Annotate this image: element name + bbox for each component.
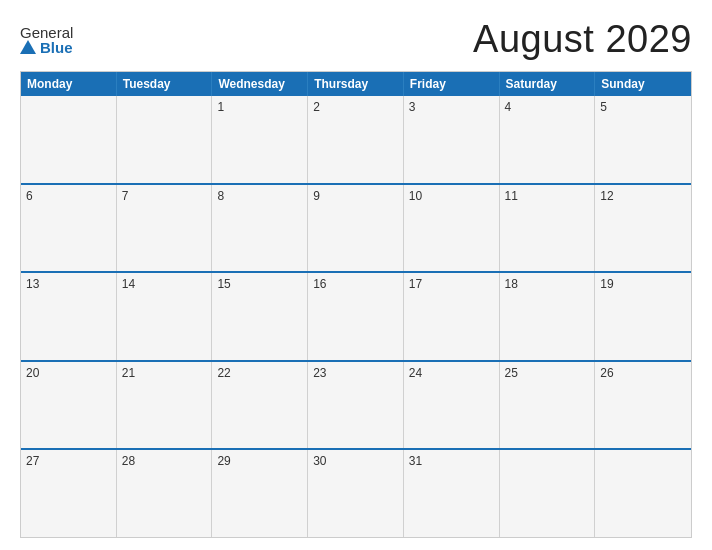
day-number: 6: [26, 189, 33, 203]
calendar-day-28: 28: [117, 450, 213, 537]
calendar-day-29: 29: [212, 450, 308, 537]
day-number: 4: [505, 100, 512, 114]
calendar-day-2: 2: [308, 96, 404, 183]
logo-blue-text: Blue: [40, 40, 73, 55]
calendar-day-empty: [117, 96, 213, 183]
calendar-week-4: 20212223242526: [21, 360, 691, 449]
col-sunday: Sunday: [595, 72, 691, 96]
day-number: 27: [26, 454, 39, 468]
day-number: 29: [217, 454, 230, 468]
calendar-day-25: 25: [500, 362, 596, 449]
day-number: 2: [313, 100, 320, 114]
col-thursday: Thursday: [308, 72, 404, 96]
calendar-day-12: 12: [595, 185, 691, 272]
day-number: 19: [600, 277, 613, 291]
col-tuesday: Tuesday: [117, 72, 213, 96]
day-number: 25: [505, 366, 518, 380]
calendar-day-10: 10: [404, 185, 500, 272]
calendar-page: General Blue August 2029 Monday Tuesday …: [0, 0, 712, 550]
day-number: 20: [26, 366, 39, 380]
calendar-day-5: 5: [595, 96, 691, 183]
calendar-day-31: 31: [404, 450, 500, 537]
calendar-day-13: 13: [21, 273, 117, 360]
calendar-day-16: 16: [308, 273, 404, 360]
day-number: 16: [313, 277, 326, 291]
calendar-day-3: 3: [404, 96, 500, 183]
calendar-header-row: Monday Tuesday Wednesday Thursday Friday…: [21, 72, 691, 96]
col-wednesday: Wednesday: [212, 72, 308, 96]
day-number: 17: [409, 277, 422, 291]
day-number: 30: [313, 454, 326, 468]
day-number: 22: [217, 366, 230, 380]
calendar-day-19: 19: [595, 273, 691, 360]
calendar-body: 1234567891011121314151617181920212223242…: [21, 96, 691, 537]
calendar-day-17: 17: [404, 273, 500, 360]
col-friday: Friday: [404, 72, 500, 96]
calendar-day-9: 9: [308, 185, 404, 272]
day-number: 1: [217, 100, 224, 114]
day-number: 5: [600, 100, 607, 114]
calendar-day-empty: [595, 450, 691, 537]
calendar-day-8: 8: [212, 185, 308, 272]
calendar-day-24: 24: [404, 362, 500, 449]
day-number: 26: [600, 366, 613, 380]
page-header: General Blue August 2029: [20, 18, 692, 61]
day-number: 21: [122, 366, 135, 380]
calendar-day-4: 4: [500, 96, 596, 183]
day-number: 18: [505, 277, 518, 291]
day-number: 3: [409, 100, 416, 114]
calendar-title: August 2029: [473, 18, 692, 61]
calendar-day-30: 30: [308, 450, 404, 537]
calendar-day-18: 18: [500, 273, 596, 360]
calendar-day-6: 6: [21, 185, 117, 272]
day-number: 11: [505, 189, 518, 203]
day-number: 28: [122, 454, 135, 468]
calendar-day-23: 23: [308, 362, 404, 449]
calendar-week-3: 13141516171819: [21, 271, 691, 360]
calendar-day-27: 27: [21, 450, 117, 537]
logo-triangle-icon: [20, 40, 36, 54]
logo-general-text: General: [20, 25, 73, 40]
day-number: 31: [409, 454, 422, 468]
calendar-day-21: 21: [117, 362, 213, 449]
col-monday: Monday: [21, 72, 117, 96]
calendar-day-15: 15: [212, 273, 308, 360]
calendar-week-2: 6789101112: [21, 183, 691, 272]
calendar-day-20: 20: [21, 362, 117, 449]
day-number: 14: [122, 277, 135, 291]
calendar-day-11: 11: [500, 185, 596, 272]
calendar-grid: Monday Tuesday Wednesday Thursday Friday…: [20, 71, 692, 538]
logo: General Blue: [20, 25, 73, 55]
calendar-week-5: 2728293031: [21, 448, 691, 537]
day-number: 9: [313, 189, 320, 203]
col-saturday: Saturday: [500, 72, 596, 96]
day-number: 15: [217, 277, 230, 291]
day-number: 12: [600, 189, 613, 203]
calendar-day-empty: [500, 450, 596, 537]
day-number: 10: [409, 189, 422, 203]
day-number: 24: [409, 366, 422, 380]
calendar-day-7: 7: [117, 185, 213, 272]
calendar-day-22: 22: [212, 362, 308, 449]
calendar-week-1: 12345: [21, 96, 691, 183]
calendar-day-14: 14: [117, 273, 213, 360]
day-number: 13: [26, 277, 39, 291]
logo-blue-row: Blue: [20, 40, 73, 55]
day-number: 23: [313, 366, 326, 380]
day-number: 8: [217, 189, 224, 203]
calendar-day-empty: [21, 96, 117, 183]
calendar-day-26: 26: [595, 362, 691, 449]
day-number: 7: [122, 189, 129, 203]
calendar-day-1: 1: [212, 96, 308, 183]
